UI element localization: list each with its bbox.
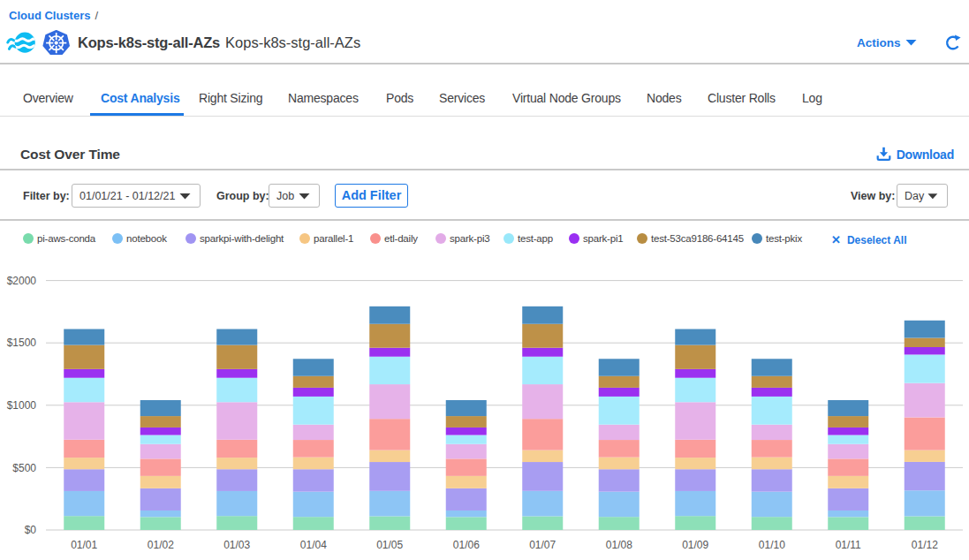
svg-text:01/09: 01/09 bbox=[682, 539, 708, 551]
svg-text:01/07: 01/07 bbox=[529, 539, 556, 551]
svg-text:01/02: 01/02 bbox=[148, 539, 174, 551]
svg-text:$1500: $1500 bbox=[7, 337, 37, 349]
svg-text:01/04: 01/04 bbox=[300, 539, 327, 551]
svg-text:$1000: $1000 bbox=[7, 399, 37, 412]
svg-text:$2000: $2000 bbox=[7, 275, 37, 287]
svg-text:$500: $500 bbox=[12, 462, 36, 474]
svg-text:01/06: 01/06 bbox=[453, 539, 480, 551]
svg-text:01/03: 01/03 bbox=[223, 539, 250, 551]
svg-text:01/11: 01/11 bbox=[836, 539, 861, 551]
svg-text:01/10: 01/10 bbox=[759, 539, 785, 551]
svg-text:$0: $0 bbox=[25, 524, 37, 536]
svg-text:01/08: 01/08 bbox=[606, 539, 632, 551]
svg-text:01/12: 01/12 bbox=[912, 539, 938, 551]
svg-text:01/05: 01/05 bbox=[376, 539, 403, 551]
svg-text:01/01: 01/01 bbox=[71, 539, 97, 551]
